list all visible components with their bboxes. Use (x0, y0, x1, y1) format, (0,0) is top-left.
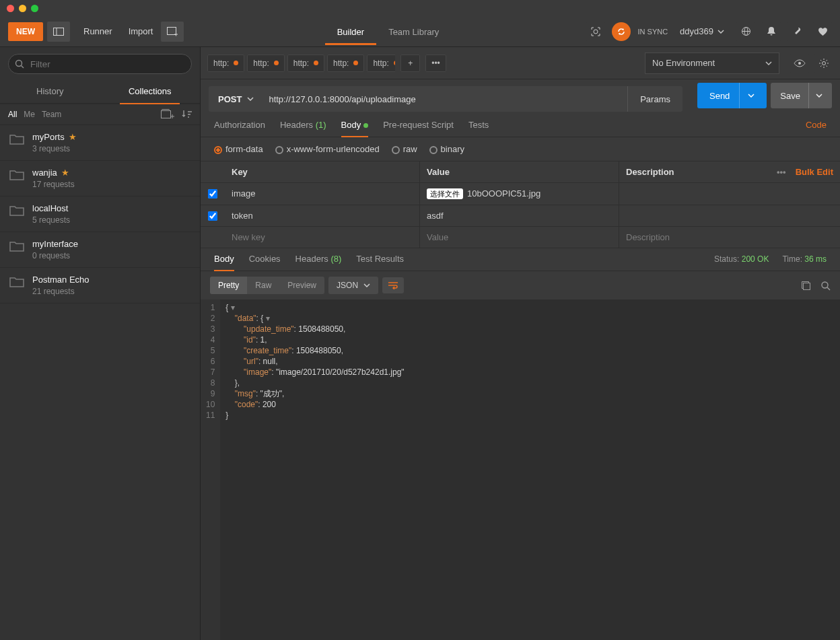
body-type-urlencoded[interactable]: x-www-form-urlencoded (275, 144, 380, 154)
request-tab[interactable]: http: (327, 55, 364, 72)
sync-icon[interactable] (612, 22, 631, 41)
environment-select[interactable]: No Environment (645, 52, 779, 74)
env-preview-icon[interactable] (790, 54, 809, 73)
key-cell[interactable]: image (225, 183, 420, 205)
sidebar-tab-collections[interactable]: Collections (100, 79, 201, 103)
collection-name: myInterface (32, 239, 78, 249)
topbar: NEW Runner Import Builder Team Library I… (0, 16, 840, 47)
reqtab-body[interactable]: Body (341, 120, 369, 137)
svg-rect-2 (168, 27, 176, 34)
value-cell[interactable]: Value (420, 227, 619, 248)
radio-on-icon (214, 146, 222, 154)
globe-icon[interactable] (736, 22, 755, 41)
search-response-icon[interactable] (820, 281, 831, 291)
resp-tab-body[interactable]: Body (214, 254, 234, 271)
reqtab-tests[interactable]: Tests (468, 120, 489, 137)
filter-all[interactable]: All (8, 110, 17, 119)
tab-team-library[interactable]: Team Library (376, 18, 451, 44)
new-collection-icon[interactable] (161, 109, 174, 120)
resp-tab-cookies[interactable]: Cookies (249, 254, 281, 271)
reqtab-prerequest[interactable]: Pre-request Script (383, 120, 454, 137)
value-cell[interactable]: 选择文件10bOOOPIC51.jpg (420, 183, 619, 205)
row-checkbox[interactable] (208, 211, 217, 221)
body-type-formdata[interactable]: form-data (214, 144, 263, 154)
send-button[interactable]: Send (697, 83, 767, 108)
window-titlebar (0, 0, 840, 16)
bell-icon[interactable] (762, 22, 781, 41)
request-tab[interactable]: http: (287, 55, 324, 72)
request-tab[interactable]: http: (247, 55, 284, 72)
row-checkbox[interactable] (208, 189, 217, 199)
close-window-icon[interactable] (7, 5, 14, 12)
col-value: Value (420, 162, 619, 182)
body-type-raw[interactable]: raw (392, 144, 417, 154)
bulk-edit-link[interactable]: Bulk Edit (796, 167, 833, 177)
save-dropdown-icon[interactable] (808, 83, 823, 108)
code-link[interactable]: Code (806, 120, 827, 137)
view-preview[interactable]: Preview (279, 277, 324, 294)
toggle-sidebar-button[interactable] (47, 22, 70, 42)
collection-item[interactable]: wanjia★17 requests (0, 161, 200, 197)
resp-tab-tests[interactable]: Test Results (356, 254, 404, 271)
params-button[interactable]: Params (627, 86, 682, 112)
import-button[interactable]: Import (120, 22, 162, 40)
desc-cell[interactable] (619, 205, 840, 226)
copy-icon[interactable] (801, 281, 811, 291)
format-select[interactable]: JSON (328, 277, 378, 294)
heart-icon[interactable] (813, 22, 832, 41)
choose-file-button[interactable]: 选择文件 (427, 188, 463, 199)
runner-button[interactable]: Runner (75, 22, 120, 40)
col-key: Key (225, 162, 420, 182)
filter-me[interactable]: Me (24, 110, 35, 119)
tab-builder[interactable]: Builder (325, 18, 376, 44)
key-cell[interactable]: New key (225, 227, 420, 248)
collection-item[interactable]: myPorts★3 requests (0, 125, 200, 161)
wrap-lines-icon[interactable] (382, 277, 404, 293)
tab-overflow-button[interactable]: ••• (425, 55, 446, 72)
maximize-window-icon[interactable] (31, 5, 38, 12)
form-data-table: Key Value Description•••Bulk Edit image … (201, 161, 840, 248)
value-cell[interactable]: asdf (420, 205, 619, 226)
form-row: token asdf (201, 205, 840, 227)
environment-label: No Environment (652, 58, 715, 68)
minimize-window-icon[interactable] (19, 5, 26, 12)
sort-icon[interactable] (181, 110, 192, 119)
save-button[interactable]: Save (771, 83, 832, 108)
reqtab-authorization[interactable]: Authorization (214, 120, 265, 137)
tab-label: http: (333, 59, 349, 68)
collection-count: 3 requests (32, 144, 77, 153)
method-select[interactable]: POST (209, 94, 263, 104)
filter-input[interactable] (8, 54, 192, 74)
response-body[interactable]: 1234567891011 { ▾ "data": { ▾ "update_ti… (201, 299, 840, 640)
reqtab-headers[interactable]: Headers (1) (280, 120, 326, 137)
view-pretty[interactable]: Pretty (210, 277, 247, 294)
filter-team[interactable]: Team (42, 110, 61, 119)
resp-tab-headers[interactable]: Headers (8) (295, 254, 342, 271)
time-value: 36 ms (804, 254, 827, 264)
user-dropdown[interactable]: ddyd369 (674, 23, 730, 40)
wrench-icon[interactable] (788, 22, 806, 41)
capture-icon[interactable] (586, 22, 605, 41)
request-tab[interactable]: http: (207, 55, 244, 72)
desc-cell[interactable] (619, 183, 840, 205)
request-tab[interactable]: http: (367, 55, 395, 72)
env-settings-icon[interactable] (814, 54, 833, 73)
collection-item[interactable]: myInterface0 requests (0, 232, 200, 268)
collection-item[interactable]: Postman Echo21 requests (0, 268, 200, 304)
url-input[interactable] (263, 94, 627, 104)
new-button[interactable]: NEW (8, 22, 43, 41)
body-type-binary[interactable]: binary (429, 144, 464, 154)
more-icon[interactable]: ••• (777, 167, 786, 177)
tab-add-button[interactable]: + (400, 55, 420, 72)
desc-cell[interactable]: Description (619, 227, 840, 248)
key-cell[interactable]: token (225, 205, 420, 226)
send-dropdown-icon[interactable] (739, 83, 755, 108)
chevron-down-icon (247, 97, 254, 101)
collection-name: localHost (32, 203, 70, 213)
collection-count: 5 requests (32, 215, 70, 225)
new-window-button[interactable] (161, 22, 184, 42)
sidebar-tab-history[interactable]: History (0, 79, 100, 103)
view-raw[interactable]: Raw (247, 277, 279, 294)
collection-item[interactable]: localHost5 requests (0, 197, 200, 232)
folder-icon (9, 133, 24, 145)
